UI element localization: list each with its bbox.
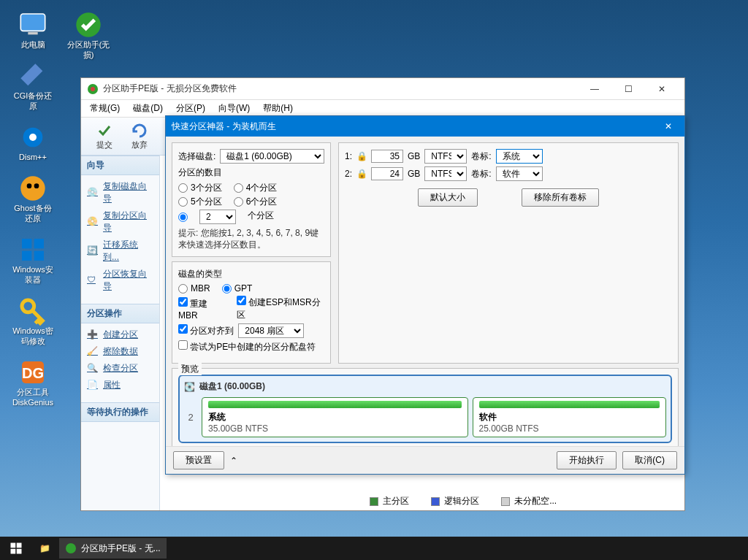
partitions-group: 1: 🔒 GB NTFS 卷标: 系统 2: 🔒 GB NTFS <box>338 142 679 364</box>
lock-icon[interactable]: 🔒 <box>356 151 367 161</box>
recover-icon: 🛡 <box>87 275 99 286</box>
align-select[interactable]: 2048 扇区 <box>238 323 304 338</box>
partition-row-1: 1: 🔒 GB NTFS 卷标: 系统 <box>345 149 672 164</box>
menu-disk[interactable]: 磁盘(D) <box>127 101 169 116</box>
desktop-icon-diskgenius[interactable]: DG 分区工具DiskGenius <box>7 355 58 410</box>
left-panel: 向导 💿复制磁盘向导 📀复制分区向导 🔄迁移系统到... 🛡分区恢复向导 分区操… <box>81 156 160 510</box>
cb-rebuild-mbr[interactable]: 重建MBR <box>178 297 225 321</box>
panel-header-pending[interactable]: 等待执行的操作 <box>81 402 159 422</box>
cancel-button[interactable]: 取消(C) <box>622 451 677 469</box>
wizard-migrate-system[interactable]: 🔄迁移系统到... <box>81 237 159 266</box>
preview-group: 预览 💽 磁盘1 (60.00GB) 2 系统 35.00GB NTFS 软件 <box>172 368 679 446</box>
op-create-partition[interactable]: ➕创建分区 <box>81 326 159 343</box>
dialog-close-button[interactable]: ✕ <box>658 118 679 135</box>
disk-type-group: 磁盘的类型 MBR GPT 重建MBR 创建ESP和MSR分区 分区对齐到 20… <box>172 261 331 364</box>
menu-wizard[interactable]: 向导(W) <box>213 101 256 116</box>
partition-row-2: 2: 🔒 GB NTFS 卷标: 软件 <box>345 166 672 181</box>
svg-text:DG: DG <box>22 365 44 381</box>
wizard-copy-disk[interactable]: 💿复制磁盘向导 <box>81 178 159 207</box>
close-button[interactable]: ✕ <box>645 79 679 99</box>
desktop-icon-wininstall[interactable]: Windows安装器 <box>7 232 58 288</box>
create-icon: ➕ <box>87 329 99 341</box>
svg-point-3 <box>29 134 37 141</box>
desktop-icon-cgi[interactable]: CGI备份还原 <box>7 58 58 114</box>
disk-icon: 💿 <box>87 187 99 199</box>
taskbar-explorer[interactable]: 📁 <box>34 538 56 559</box>
op-wipe-data[interactable]: 🧹擦除数据 <box>81 343 159 360</box>
radio-6-partitions[interactable]: 6个分区 <box>234 196 278 208</box>
search-icon: 🔍 <box>87 363 99 375</box>
dialog-title-bar[interactable]: 快速分区神器 - 为装机而生 ✕ <box>166 116 684 137</box>
start-button[interactable] <box>1 538 31 559</box>
hint-text: 提示: 您能按1, 2, 3, 4, 5, 6, 7, 8, 9键来快速选择分区… <box>178 227 324 250</box>
app-icon <box>87 83 99 95</box>
disk-select[interactable]: 磁盘1 (60.00GB) <box>220 149 324 164</box>
vol-select-2[interactable]: 软件 <box>496 166 543 181</box>
partition-count-label: 分区的数目 <box>178 166 324 179</box>
wizard-copy-partition[interactable]: 📀复制分区向导 <box>81 207 159 237</box>
svg-point-21 <box>66 543 76 553</box>
quick-partition-dialog: 快速分区神器 - 为装机而生 ✕ 选择磁盘: 磁盘1 (60.00GB) 分区的… <box>165 115 685 475</box>
remove-labels-button[interactable]: 移除所有卷标 <box>522 188 599 207</box>
fs-select-2[interactable]: NTFS <box>424 166 467 181</box>
size-input-2[interactable] <box>371 167 403 180</box>
preview-box: 💽 磁盘1 (60.00GB) 2 系统 35.00GB NTFS 软件 25.… <box>178 375 672 443</box>
taskbar: 📁 分区助手PE版 - 无... <box>0 537 748 560</box>
desktop-icon-computer[interactable]: 此电脑 <box>7 7 58 53</box>
svg-rect-0 <box>20 14 45 31</box>
preset-button[interactable]: 预设置 <box>173 451 224 469</box>
toolbar-discard[interactable]: 放弃 <box>123 119 156 153</box>
chevron-icon[interactable]: ⌃ <box>230 456 237 466</box>
ghost-icon <box>18 174 47 203</box>
start-button[interactable]: 开始执行 <box>557 451 617 469</box>
title-bar[interactable]: 分区助手PE版 - 无损分区免费软件 — ☐ ✕ <box>81 78 684 100</box>
desktop-icon-ghost[interactable]: Ghost备份还原 <box>7 171 58 226</box>
menu-general[interactable]: 常规(G) <box>84 101 126 116</box>
desktop-icon-dism[interactable]: Dism++ <box>7 120 58 165</box>
svg-point-5 <box>27 183 32 188</box>
lock-icon[interactable]: 🔒 <box>356 169 367 179</box>
cb-try-pe[interactable]: 尝试为PE中创建的分区分配盘符 <box>178 340 316 353</box>
radio-mbr[interactable]: MBR <box>178 283 210 294</box>
menu-help[interactable]: 帮助(H) <box>257 101 299 116</box>
op-properties[interactable]: 📄属性 <box>81 377 159 394</box>
radio-3-partitions[interactable]: 3个分区 <box>178 182 222 194</box>
undo-icon <box>131 122 148 139</box>
default-size-button[interactable]: 默认大小 <box>418 188 478 207</box>
legend-primary-swatch <box>370 497 378 506</box>
fs-select-1[interactable]: NTFS <box>424 149 467 164</box>
toolbar-commit[interactable]: 提交 <box>88 119 121 153</box>
taskbar-active-app[interactable]: 分区助手PE版 - 无... <box>59 538 167 559</box>
preview-disk-label: 磁盘1 (60.00GB) <box>199 380 265 393</box>
props-icon: 📄 <box>87 380 99 391</box>
radio-gpt[interactable]: GPT <box>222 283 253 294</box>
radio-custom-partitions[interactable] <box>178 210 188 224</box>
radio-4-partitions[interactable]: 4个分区 <box>234 182 278 194</box>
desktop-icon-password[interactable]: Windows密码修改 <box>7 294 58 349</box>
disk-icon: 💽 <box>184 382 195 392</box>
legend-unalloc-swatch <box>501 497 510 506</box>
cb-create-esp[interactable]: 创建ESP和MSR分区 <box>237 296 324 321</box>
maximize-button[interactable]: ☐ <box>611 79 645 99</box>
gear-icon <box>18 123 47 152</box>
preview-partition-1[interactable]: 系统 35.00GB NTFS <box>202 397 468 437</box>
svg-point-6 <box>34 183 39 188</box>
size-input-1[interactable] <box>371 150 403 163</box>
key-icon <box>18 296 47 326</box>
dialog-footer: 预设置 ⌃ 开始执行 取消(C) <box>166 446 684 474</box>
legend: 主分区 逻辑分区 未分配空... <box>370 495 684 507</box>
menu-partition[interactable]: 分区(P) <box>170 101 211 116</box>
desktop-icon-partition-assist[interactable]: 分区助手(无损) <box>63 7 114 63</box>
panel-header-wizard[interactable]: 向导 <box>81 156 159 175</box>
vol-select-1[interactable]: 系统 <box>496 149 543 164</box>
custom-count-select[interactable]: 2 <box>199 210 236 224</box>
cb-align[interactable]: 分区对齐到 <box>178 324 234 337</box>
radio-5-partitions[interactable]: 5个分区 <box>178 196 222 208</box>
preview-partition-2[interactable]: 软件 25.00GB NTFS <box>473 397 667 437</box>
minimize-button[interactable]: — <box>578 79 611 99</box>
op-check-partition[interactable]: 🔍检查分区 <box>81 360 159 377</box>
wizard-recover-partition[interactable]: 🛡分区恢复向导 <box>81 266 159 295</box>
panel-header-operations[interactable]: 分区操作 <box>81 304 159 323</box>
windows-logo-icon <box>9 542 23 555</box>
svg-rect-17 <box>11 543 16 548</box>
